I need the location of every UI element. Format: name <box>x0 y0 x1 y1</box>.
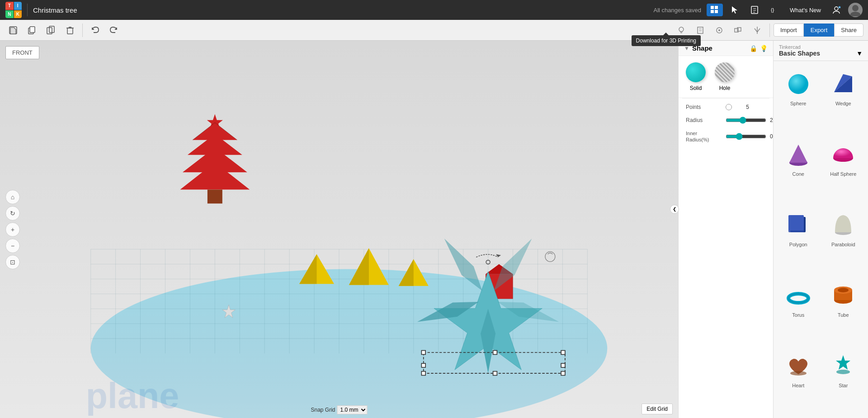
inner-radius-row: InnerRadius(%) 0.5 <box>686 130 766 143</box>
shape-item-tube[interactable]: Tube <box>823 277 864 343</box>
tinkercad-logo[interactable]: T I N K <box>5 2 22 18</box>
light-bulb-button[interactable] <box>673 23 690 37</box>
toolbar-separator-1 <box>82 23 83 37</box>
library-collapse-button[interactable]: ❮ <box>670 205 679 214</box>
svg-rect-12 <box>30 27 35 33</box>
cone-label: Cone <box>793 171 804 177</box>
points-value: 5 <box>736 104 749 110</box>
radius-slider[interactable] <box>726 117 766 124</box>
points-row: Points 5 <box>686 104 766 110</box>
shape-item-polygon[interactable]: Polygon <box>778 207 819 272</box>
user-menu-button[interactable]: + <box>828 4 844 16</box>
svg-marker-92 <box>789 145 807 163</box>
svg-marker-60 <box>299 254 316 284</box>
shape-properties: Points 5 Radius 20 InnerRadius(%) 0.5 <box>679 99 773 149</box>
hole-sphere-preview <box>715 62 735 82</box>
lock-button[interactable]: 🔒 <box>750 45 757 52</box>
tooltip: Download for 3D Printing <box>632 35 701 46</box>
svg-point-103 <box>838 288 849 292</box>
torus-thumb <box>783 279 814 310</box>
svg-rect-96 <box>788 215 804 230</box>
shape-item-cone[interactable]: Cone <box>778 136 819 202</box>
new-shape-button[interactable] <box>5 23 22 37</box>
save-status: All changes saved <box>654 7 702 14</box>
edit-grid-button[interactable]: Edit Grid <box>642 404 673 414</box>
tooltip-text: Download for 3D Printing <box>636 38 696 44</box>
delete-button[interactable] <box>61 23 79 37</box>
svg-text:plane: plane <box>86 376 179 416</box>
export-button[interactable]: Export <box>804 23 835 37</box>
solid-option[interactable]: Solid <box>686 62 706 91</box>
redo-button[interactable] <box>105 23 123 37</box>
share-button[interactable]: Share <box>834 23 863 37</box>
library-category: Basic Shapes ▼ <box>779 50 863 57</box>
library-provider: Tinkercad <box>779 44 863 50</box>
tube-label: Tube <box>838 312 849 318</box>
inner-radius-label: InnerRadius(%) <box>686 130 722 143</box>
points-label: Points <box>686 104 722 110</box>
svg-rect-1 <box>715 6 718 9</box>
notes-button[interactable] <box>692 23 709 37</box>
document-title[interactable]: Christmas tree <box>33 6 648 14</box>
scene-svg: plane <box>0 41 678 418</box>
logo-t: T <box>5 2 14 10</box>
radius-row: Radius 20 <box>686 117 766 124</box>
heart-label: Heart <box>792 383 804 388</box>
topbar: T I N K Christmas tree All changes saved… <box>0 0 868 20</box>
logo-k: K <box>14 10 22 19</box>
grid-view-button[interactable] <box>707 4 723 16</box>
star-thumb <box>827 349 859 381</box>
group-button[interactable] <box>730 23 747 37</box>
half-sphere-label: Half Sphere <box>830 171 856 177</box>
viewport[interactable]: FRONT ⌂ ↻ + − ⊡ <box>0 41 678 418</box>
svg-rect-20 <box>737 28 741 31</box>
user-avatar[interactable] <box>848 3 863 17</box>
shape-item-half-sphere[interactable]: Half Sphere <box>823 136 864 202</box>
inner-radius-slider[interactable] <box>726 133 766 140</box>
snap-grid-select[interactable]: 1.0 mm 0.5 mm 2.0 mm 5.0 mm <box>337 405 368 414</box>
svg-rect-83 <box>493 371 497 376</box>
logo-i: I <box>14 2 22 10</box>
svg-marker-74 <box>496 254 501 257</box>
copy-button[interactable] <box>24 23 41 37</box>
svg-rect-78 <box>493 351 497 355</box>
wedge-thumb <box>827 67 859 99</box>
shape-item-heart[interactable]: Heart <box>778 348 819 413</box>
svg-point-104 <box>790 371 807 376</box>
tube-thumb <box>827 279 859 310</box>
polygon-label: Polygon <box>789 242 807 247</box>
undo-button[interactable] <box>86 23 104 37</box>
visibility-button[interactable]: 💡 <box>760 45 768 52</box>
svg-rect-77 <box>421 351 425 355</box>
align-button[interactable] <box>711 23 728 37</box>
svg-point-16 <box>679 27 684 32</box>
shape-item-torus[interactable]: Torus <box>778 277 819 343</box>
paraboloid-label: Paraboloid <box>831 242 855 247</box>
svg-rect-55 <box>208 190 222 204</box>
import-button[interactable]: Import <box>774 23 804 37</box>
shape-item-sphere[interactable]: Sphere <box>778 66 819 132</box>
library-header: Tinkercad Basic Shapes ▼ <box>774 41 868 61</box>
radius-label: Radius <box>686 117 722 123</box>
files-button[interactable] <box>746 4 763 16</box>
duplicate-button[interactable] <box>42 23 60 37</box>
shape-item-wedge[interactable]: Wedge <box>823 66 864 132</box>
shape-item-paraboloid[interactable]: Paraboloid <box>823 207 864 272</box>
svg-point-9 <box>852 5 859 11</box>
code-button[interactable]: {} <box>766 4 783 16</box>
whats-new-label[interactable]: What's New <box>786 5 825 15</box>
category-dropdown-button[interactable]: ▼ <box>856 50 863 57</box>
half-sphere-thumb <box>827 138 859 169</box>
logo-n: N <box>5 10 14 19</box>
snap-grid-label: Snap Grid <box>311 407 335 413</box>
svg-marker-105 <box>836 355 850 370</box>
svg-text:{}: {} <box>771 7 774 13</box>
svg-rect-82 <box>421 371 425 376</box>
action-buttons: Import Export Share <box>774 23 863 37</box>
snap-grid: Snap Grid 1.0 mm 0.5 mm 2.0 mm 5.0 mm <box>311 405 367 414</box>
select-tool-button[interactable] <box>726 4 743 16</box>
hole-option[interactable]: Hole <box>715 62 735 91</box>
mirror-button[interactable] <box>749 23 766 37</box>
svg-point-18 <box>718 29 720 31</box>
shape-item-star[interactable]: Star <box>823 348 864 413</box>
